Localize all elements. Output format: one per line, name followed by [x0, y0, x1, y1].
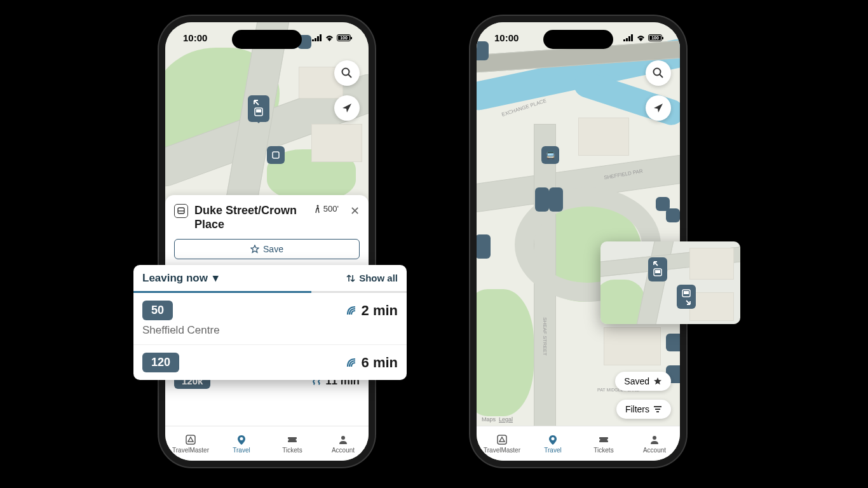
pin-icon [547, 434, 559, 445]
route-badge: 120 [142, 353, 179, 372]
svg-point-31 [607, 438, 609, 440]
departure-destination: Sheffield Centre [142, 324, 398, 337]
map-attribution: Maps Legal [482, 416, 513, 423]
ticket-icon [287, 434, 298, 445]
nav-travelmaster[interactable]: TravelMaster [165, 426, 216, 461]
stop-name: Duke Street/Crown Place [194, 204, 308, 231]
svg-point-15 [287, 438, 289, 440]
nav-account[interactable]: Account [318, 426, 369, 461]
status-time: 10:00 [494, 32, 519, 43]
nav-travelmaster[interactable]: TravelMaster [477, 426, 527, 461]
svg-rect-6 [273, 152, 279, 158]
notch [232, 30, 302, 49]
svg-rect-14 [288, 437, 297, 442]
status-indicators: 100 [312, 34, 351, 41]
legal-link[interactable]: Legal [499, 416, 513, 423]
screen-left: 10:00 100 [165, 22, 369, 461]
live-icon [346, 358, 358, 368]
bus-stop-marker[interactable] [677, 285, 696, 309]
close-button[interactable]: ✕ [350, 204, 360, 218]
svg-rect-20 [628, 36, 630, 41]
bus-stop-marker[interactable] [666, 334, 680, 351]
svg-point-22 [654, 69, 661, 76]
nav-tickets[interactable]: Tickets [578, 426, 629, 461]
tab-indicator [133, 291, 407, 293]
svg-rect-5 [256, 109, 261, 112]
walk-distance: 500' [314, 204, 339, 214]
bus-stop-marker[interactable] [477, 234, 491, 259]
svg-rect-21 [631, 34, 633, 41]
star-icon [250, 245, 259, 254]
svg-point-17 [341, 436, 345, 440]
person-icon [337, 434, 349, 445]
nav-tickets[interactable]: Tickets [267, 426, 318, 461]
bus-stop-marker[interactable]: 🚍 [541, 146, 559, 164]
bottom-nav: TravelMaster Travel Tickets Account [477, 426, 680, 461]
svg-rect-0 [312, 39, 314, 41]
nav-account[interactable]: Account [629, 426, 680, 461]
svg-rect-19 [626, 38, 628, 41]
saved-button[interactable]: Saved [615, 372, 671, 391]
walk-icon [314, 205, 321, 214]
ticket-icon [598, 434, 609, 445]
live-icon [346, 306, 358, 316]
departures-overlay-card: Leaving now ▾ Show all 50 2 min Sheffiel… [133, 265, 407, 380]
departure-row[interactable]: 50 2 min Sheffield Centre [133, 293, 407, 345]
svg-rect-36 [684, 291, 689, 294]
svg-point-7 [342, 69, 349, 76]
bus-icon [174, 204, 188, 218]
svg-rect-3 [320, 34, 322, 41]
battery-icon: 100 [337, 34, 351, 41]
filters-button[interactable]: Filters [616, 400, 671, 419]
status-time: 10:00 [183, 32, 207, 43]
search-button[interactable] [334, 60, 360, 86]
bus-stop-marker[interactable] [535, 187, 549, 212]
map-zoom-popout [600, 241, 740, 324]
bottom-nav: TravelMaster Travel Tickets Account [165, 426, 369, 461]
filter-icon [653, 405, 662, 413]
sort-icon [346, 274, 355, 283]
svg-rect-29 [599, 437, 608, 442]
svg-point-32 [653, 436, 656, 440]
signal-icon [312, 34, 322, 41]
svg-rect-18 [623, 39, 625, 41]
svg-point-13 [240, 437, 243, 440]
star-icon [653, 377, 662, 386]
svg-point-11 [316, 205, 318, 207]
svg-rect-34 [655, 270, 660, 273]
svg-point-28 [552, 437, 555, 440]
svg-point-16 [296, 438, 298, 440]
leaving-now-dropdown[interactable]: Leaving now ▾ [142, 271, 219, 285]
triangle-icon [496, 434, 508, 445]
bus-stop-marker[interactable] [648, 257, 667, 281]
route-badge: 50 [142, 301, 173, 320]
nav-travel[interactable]: Travel [527, 426, 578, 461]
svg-line-23 [660, 74, 663, 78]
search-button[interactable] [646, 60, 671, 86]
wifi-status-icon [325, 34, 334, 41]
signal-icon [623, 34, 634, 41]
svg-rect-1 [315, 38, 316, 41]
nav-travel[interactable]: Travel [216, 426, 267, 461]
bus-stop-marker[interactable] [267, 146, 285, 164]
svg-rect-2 [317, 36, 319, 41]
bus-stop-marker[interactable] [549, 187, 563, 212]
chevron-down-icon: ▾ [213, 271, 219, 285]
bus-stop-marker[interactable] [666, 208, 680, 222]
save-button[interactable]: Save [174, 239, 360, 259]
svg-line-8 [348, 74, 351, 78]
svg-point-30 [599, 438, 600, 440]
bus-stop-marker-main[interactable] [248, 95, 269, 122]
phone-left: 10:00 100 [159, 16, 375, 467]
departure-row[interactable]: 120 6 min [133, 345, 407, 380]
locate-button[interactable] [646, 95, 671, 121]
wifi-status-icon [636, 34, 646, 41]
locate-button[interactable] [334, 95, 360, 121]
triangle-icon [185, 434, 196, 445]
battery-icon: 100 [648, 34, 662, 41]
status-indicators: 100 [623, 34, 662, 41]
show-all-button[interactable]: Show all [346, 273, 398, 283]
notch [543, 30, 613, 49]
pin-icon [236, 434, 247, 445]
person-icon [649, 434, 660, 445]
